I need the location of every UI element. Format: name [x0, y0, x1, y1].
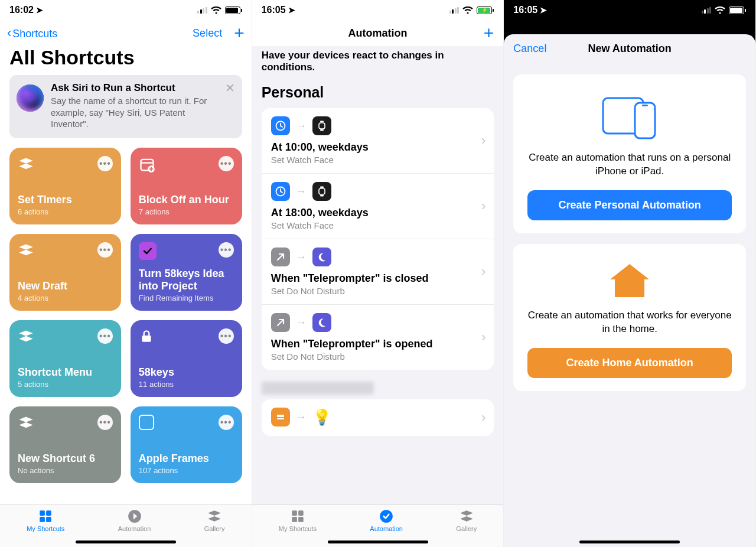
- signal-icon: [702, 7, 712, 14]
- arrow-right-icon: →: [296, 185, 307, 198]
- shortcut-name: Block Off an Hour: [139, 194, 234, 206]
- battery-icon: [225, 6, 242, 14]
- shortcut-name: 58keys: [139, 366, 234, 379]
- close-icon[interactable]: ✕: [225, 81, 235, 95]
- check-sheet-icon: [139, 242, 155, 259]
- tab-my-shortcuts[interactable]: My Shortcuts: [27, 509, 64, 547]
- shortcut-card[interactable]: ••• Shortcut Menu 5 actions: [9, 320, 121, 397]
- cancel-button[interactable]: Cancel: [513, 43, 546, 55]
- svg-rect-18: [277, 418, 284, 419]
- svg-rect-4: [40, 510, 45, 516]
- more-icon[interactable]: •••: [97, 242, 113, 258]
- shortcut-name: Apple Frames: [139, 452, 234, 465]
- svg-rect-17: [277, 415, 284, 417]
- screen-automation-list: 16:05 ➤ ⚡ Automation + Have your devices…: [252, 0, 504, 547]
- automation-title: At 18:00, weekdays: [271, 207, 473, 219]
- add-button[interactable]: +: [484, 24, 494, 42]
- chevron-right-icon: ›: [481, 330, 485, 345]
- back-button[interactable]: ‹Shortcuts: [7, 25, 57, 41]
- status-bar: 16:05 ➤: [504, 0, 755, 20]
- home-desc: Create an automation that works for ever…: [527, 309, 732, 336]
- page-title: All Shortcuts: [0, 46, 252, 75]
- stack-icon: [18, 156, 34, 172]
- svg-rect-15: [320, 187, 324, 188]
- create-home-button[interactable]: Create Home Automation: [527, 348, 732, 378]
- clock-icon: [271, 182, 290, 201]
- clock-icon: [271, 116, 290, 135]
- chevron-right-icon: ›: [481, 133, 485, 148]
- automation-row[interactable]: → When "Teleprompter" is closed Set Do N…: [262, 239, 494, 304]
- stack-icon: [18, 242, 34, 259]
- status-bar: 16:05 ➤ ⚡: [252, 0, 504, 20]
- tab-my-shortcuts[interactable]: My Shortcuts: [279, 509, 317, 547]
- shortcut-card[interactable]: ••• 58keys 11 actions: [131, 320, 242, 397]
- tab-gallery[interactable]: Gallery: [456, 509, 477, 547]
- siri-tip-sub: Say the name of a shortcut to run it. Fo…: [51, 95, 221, 130]
- svg-rect-7: [46, 517, 51, 522]
- automation-row[interactable]: → At 18:00, weekdays Set Watch Face ›: [262, 173, 494, 239]
- shortcut-name: Turn 58keys Idea into Project: [139, 268, 234, 292]
- wifi-icon: [211, 6, 221, 14]
- shortcut-name: Set Timers: [18, 194, 113, 206]
- automation-intro: Have your devices react to changes in co…: [252, 46, 504, 77]
- shortcut-name: New Shortcut 6: [18, 452, 113, 465]
- sheet-nav: Cancel New Automation: [504, 34, 755, 64]
- nav-title: Automation: [348, 27, 408, 40]
- home-indicator[interactable]: [328, 541, 428, 543]
- shortcut-card[interactable]: ••• Set Timers 6 actions: [9, 148, 121, 224]
- siri-tip[interactable]: Ask Siri to Run a Shortcut Say the name …: [9, 75, 242, 138]
- chevron-right-icon: ›: [481, 410, 485, 425]
- more-icon[interactable]: •••: [219, 415, 234, 430]
- automation-row[interactable]: → When "Teleprompter" is opened Set Do N…: [262, 304, 494, 370]
- add-button[interactable]: +: [234, 24, 245, 42]
- more-icon[interactable]: •••: [97, 328, 113, 344]
- tab-gallery[interactable]: Gallery: [204, 509, 225, 547]
- more-icon[interactable]: •••: [97, 156, 113, 171]
- calendar-plus-icon: [139, 156, 155, 172]
- shortcut-card[interactable]: ••• Block Off an Hour 7 actions: [131, 148, 242, 224]
- moon-icon: [312, 313, 331, 332]
- shortcut-card[interactable]: ••• Apple Frames 107 actions: [131, 406, 242, 483]
- create-personal-button[interactable]: Create Personal Automation: [527, 190, 732, 220]
- battery-icon: ⚡: [477, 6, 494, 14]
- watch-icon: [312, 116, 331, 135]
- automation-sub: Set Watch Face: [271, 220, 473, 230]
- app-open-icon: [271, 313, 290, 332]
- svg-rect-11: [320, 121, 324, 123]
- arrow-right-icon: →: [296, 251, 307, 263]
- automation-title: When "Teleprompter" is opened: [271, 338, 473, 350]
- watch-icon: [312, 182, 331, 201]
- screen-all-shortcuts: 16:02 ➤ ‹Shortcuts Select + All Shortcut…: [0, 0, 252, 547]
- svg-rect-26: [642, 105, 648, 106]
- more-icon[interactable]: •••: [97, 415, 113, 430]
- shortcuts-grid: ••• Set Timers 6 actions ••• Block Off a…: [0, 148, 252, 483]
- shortcut-card[interactable]: ••• Turn 58keys Idea into Project Find R…: [131, 234, 242, 311]
- select-button[interactable]: Select: [193, 27, 222, 40]
- shortcut-sub: 4 actions: [18, 294, 113, 302]
- more-icon[interactable]: •••: [219, 242, 234, 258]
- stack-icon: [18, 328, 34, 345]
- svg-rect-10: [319, 123, 325, 129]
- more-icon[interactable]: •••: [219, 156, 234, 171]
- shortcut-card[interactable]: ••• New Shortcut 6 No actions: [9, 406, 121, 483]
- shortcut-name: Shortcut Menu: [18, 366, 113, 379]
- siri-icon: [17, 84, 44, 112]
- automation-title: When "Teleprompter" is closed: [271, 272, 473, 285]
- svg-rect-21: [292, 517, 297, 522]
- automation-title: At 10:00, weekdays: [271, 141, 473, 154]
- bulb-icon: 💡: [312, 408, 331, 426]
- chevron-right-icon: ›: [481, 198, 485, 214]
- wifi-icon: [462, 6, 473, 14]
- automation-row[interactable]: → At 10:00, weekdays Set Watch Face ›: [262, 108, 494, 173]
- nfc-icon: [271, 408, 290, 426]
- home-indicator[interactable]: [76, 541, 176, 543]
- status-time: 16:02: [9, 5, 34, 15]
- home-indicator[interactable]: [579, 541, 680, 543]
- automation-row[interactable]: → 💡 ›: [262, 399, 494, 436]
- shortcut-sub: 7 actions: [139, 207, 234, 216]
- shortcut-sub: 11 actions: [139, 380, 234, 389]
- automation-sub: Set Do Not Disturb: [271, 351, 473, 362]
- more-icon[interactable]: •••: [219, 328, 234, 344]
- arrow-right-icon: →: [296, 120, 307, 132]
- shortcut-card[interactable]: ••• New Draft 4 actions: [9, 234, 121, 311]
